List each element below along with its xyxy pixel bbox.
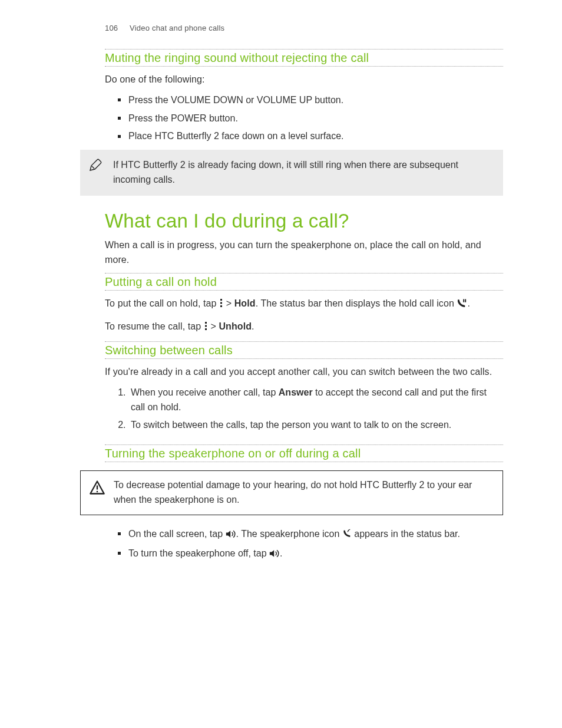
note-text: If HTC Butterfly 2 is already facing dow… bbox=[113, 160, 458, 185]
subheading-switching: Switching between calls bbox=[105, 344, 503, 357]
svg-rect-6 bbox=[205, 325, 207, 327]
divider bbox=[105, 444, 503, 445]
during-call-intro: When a call is in progress, you can turn… bbox=[105, 238, 503, 268]
list-item: When you receive another call, tap Answe… bbox=[128, 386, 503, 415]
subheading-muting: Muting the ringing sound without rejecti… bbox=[105, 51, 503, 65]
warning-text: To decrease potential damage to your hea… bbox=[114, 480, 472, 505]
subheading-speaker: Turning the speakerphone on or off durin… bbox=[105, 447, 503, 460]
divider bbox=[105, 358, 503, 359]
warning-block: To decrease potential damage to your hea… bbox=[80, 470, 503, 515]
speakerphone-status-icon bbox=[342, 528, 352, 543]
main-heading: What can I do during a call? bbox=[105, 210, 503, 232]
note-block: If HTC Butterfly 2 is already facing dow… bbox=[80, 150, 503, 196]
answer-label: Answer bbox=[279, 387, 313, 397]
list-item: Place HTC Butterfly 2 face down on a lev… bbox=[128, 129, 503, 144]
svg-rect-1 bbox=[220, 302, 222, 304]
unhold-label: Unhold bbox=[219, 321, 252, 331]
document-page: 106 Video chat and phone calls Muting th… bbox=[0, 0, 562, 728]
list-item: To turn the speakerphone off, tap . bbox=[128, 546, 503, 562]
muting-intro: Do one of the following: bbox=[105, 73, 503, 87]
svg-rect-7 bbox=[205, 328, 207, 330]
svg-rect-2 bbox=[220, 305, 222, 307]
speaker-bullets: On the call screen, tap . The speakerpho… bbox=[105, 527, 503, 562]
svg-rect-9 bbox=[97, 491, 98, 492]
divider bbox=[105, 66, 503, 67]
svg-rect-8 bbox=[97, 486, 98, 490]
switching-steps: When you receive another call, tap Answe… bbox=[105, 386, 503, 433]
switching-intro: If you're already in a call and you acce… bbox=[105, 365, 503, 380]
pencil-icon bbox=[88, 158, 103, 177]
divider bbox=[105, 273, 503, 274]
subheading-hold: Putting a call on hold bbox=[105, 275, 503, 289]
warning-icon bbox=[89, 479, 105, 500]
more-vertical-icon bbox=[219, 298, 223, 312]
muting-bullets: Press the VOLUME DOWN or VOLUME UP butto… bbox=[105, 93, 503, 144]
hold-paragraph-1: To put the call on hold, tap > Hold. The… bbox=[105, 297, 503, 314]
divider bbox=[105, 341, 503, 342]
svg-rect-4 bbox=[465, 299, 467, 302]
section-title: Video chat and phone calls bbox=[130, 24, 224, 32]
list-item: Press the VOLUME DOWN or VOLUME UP butto… bbox=[128, 93, 503, 108]
more-vertical-icon bbox=[204, 321, 208, 335]
divider bbox=[105, 462, 503, 462]
list-item: On the call screen, tap . The speakerpho… bbox=[128, 527, 503, 543]
speaker-icon bbox=[226, 528, 236, 543]
hold-label: Hold bbox=[234, 298, 256, 308]
svg-rect-3 bbox=[464, 299, 465, 302]
divider bbox=[105, 49, 503, 50]
svg-rect-5 bbox=[205, 322, 207, 324]
speaker-icon bbox=[269, 548, 280, 562]
list-item: Press the POWER button. bbox=[128, 111, 503, 126]
list-item: To switch between the calls, tap the per… bbox=[128, 418, 503, 433]
hold-paragraph-2: To resume the call, tap > Unhold. bbox=[105, 319, 503, 335]
page-number: 106 bbox=[105, 24, 118, 32]
call-hold-icon bbox=[457, 298, 467, 314]
svg-rect-0 bbox=[220, 299, 222, 301]
page-header: 106 Video chat and phone calls bbox=[105, 24, 503, 32]
divider bbox=[105, 290, 503, 291]
